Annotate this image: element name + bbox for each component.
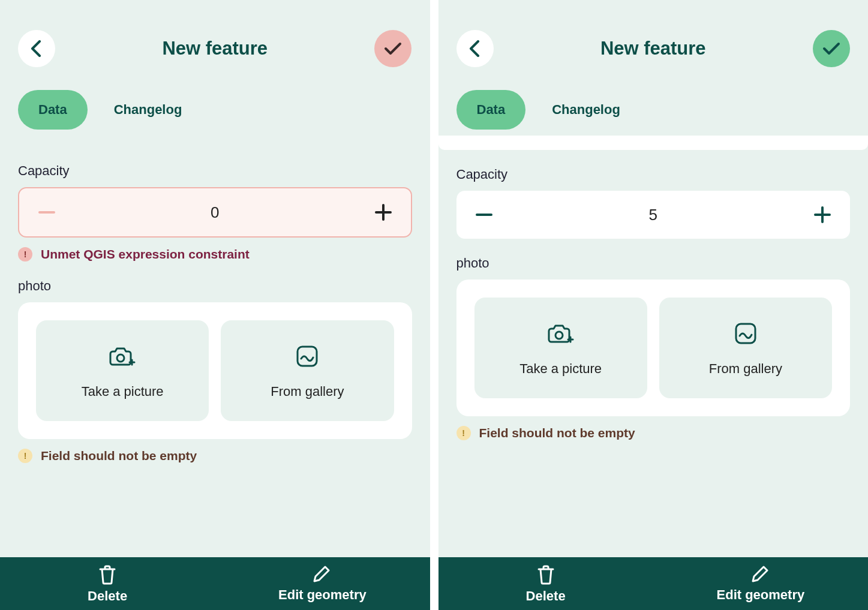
edit-geometry-label: Edit geometry	[278, 587, 367, 603]
plus-icon	[375, 204, 392, 221]
capacity-minus-button[interactable]	[36, 202, 58, 223]
header: New feature	[438, 0, 869, 79]
left-panel: New feature Data Changelog Capacity 0 ! …	[0, 0, 430, 610]
back-button[interactable]	[18, 30, 55, 67]
page-title: New feature	[162, 38, 268, 59]
capacity-stepper: 5	[456, 191, 851, 239]
photo-card: Take a picture From gallery	[18, 302, 412, 439]
warning-icon: !	[18, 449, 32, 463]
edit-geometry-label: Edit geometry	[717, 587, 805, 603]
previous-field-edge	[438, 136, 869, 150]
warning-icon: !	[456, 426, 471, 440]
tab-changelog[interactable]: Changelog	[531, 90, 641, 130]
pencil-icon	[752, 564, 770, 584]
capacity-stepper: 0	[18, 187, 412, 238]
photo-warning: ! Field should not be empty	[456, 426, 851, 440]
confirm-button[interactable]	[374, 30, 412, 67]
tabs: Data Changelog	[438, 79, 869, 136]
photo-warning-text: Field should not be empty	[479, 426, 635, 440]
page-title: New feature	[600, 38, 706, 59]
minus-icon	[38, 211, 55, 214]
take-picture-button[interactable]: Take a picture	[474, 298, 647, 398]
svg-point-3	[117, 354, 124, 362]
content: Capacity 0 ! Unmet QGIS expression const…	[0, 136, 430, 557]
trash-icon	[98, 564, 117, 585]
photo-label: photo	[456, 256, 851, 271]
delete-button[interactable]: Delete	[438, 564, 653, 604]
check-icon	[822, 41, 840, 56]
tab-data[interactable]: Data	[18, 90, 88, 130]
svg-rect-7	[821, 206, 824, 223]
svg-rect-9	[736, 324, 755, 343]
back-button[interactable]	[456, 30, 494, 67]
svg-rect-4	[298, 347, 317, 366]
back-icon	[29, 40, 44, 57]
content: Capacity 5 photo Take a picture	[438, 136, 869, 557]
capacity-plus-button[interactable]	[812, 204, 833, 226]
capacity-minus-button[interactable]	[473, 204, 495, 226]
svg-rect-2	[382, 204, 385, 221]
check-icon	[384, 41, 402, 56]
header: New feature	[0, 0, 430, 79]
panel-divider	[430, 0, 438, 610]
photo-label: photo	[18, 278, 412, 294]
bottom-bar: Delete Edit geometry	[0, 557, 430, 610]
svg-rect-0	[38, 211, 55, 214]
from-gallery-label: From gallery	[271, 384, 344, 399]
from-gallery-label: From gallery	[709, 361, 782, 377]
photo-card: Take a picture From gallery	[456, 280, 851, 416]
tab-data[interactable]: Data	[456, 90, 526, 130]
take-picture-label: Take a picture	[82, 384, 164, 399]
photo-warning: ! Field should not be empty	[18, 449, 412, 463]
edit-geometry-button[interactable]: Edit geometry	[653, 564, 868, 604]
error-icon: !	[18, 247, 32, 262]
edit-geometry-button[interactable]: Edit geometry	[215, 564, 430, 604]
svg-rect-5	[476, 214, 492, 216]
take-picture-label: Take a picture	[519, 361, 602, 377]
tabs: Data Changelog	[0, 79, 430, 136]
take-picture-button[interactable]: Take a picture	[36, 320, 209, 421]
trash-icon	[536, 564, 555, 585]
back-icon	[468, 40, 482, 57]
photo-warning-text: Field should not be empty	[41, 449, 197, 463]
from-gallery-button[interactable]: From gallery	[221, 320, 394, 421]
gallery-icon	[295, 344, 319, 368]
delete-button[interactable]: Delete	[0, 564, 215, 604]
capacity-value: 0	[211, 203, 219, 222]
bottom-bar: Delete Edit geometry	[438, 557, 869, 610]
capacity-value: 5	[649, 206, 657, 224]
tab-changelog[interactable]: Changelog	[94, 90, 203, 130]
delete-label: Delete	[526, 588, 566, 604]
capacity-error: ! Unmet QGIS expression constraint	[18, 247, 412, 262]
right-panel: New feature Data Changelog Capacity 5 ph…	[438, 0, 869, 610]
minus-icon	[476, 213, 492, 217]
camera-icon	[109, 344, 136, 368]
gallery-icon	[734, 321, 758, 345]
confirm-button[interactable]	[813, 30, 850, 67]
from-gallery-button[interactable]: From gallery	[659, 298, 832, 398]
capacity-error-text: Unmet QGIS expression constraint	[41, 247, 250, 262]
pencil-icon	[313, 564, 331, 584]
delete-label: Delete	[88, 588, 127, 604]
camera-icon	[548, 321, 574, 345]
capacity-label: Capacity	[18, 163, 412, 179]
svg-point-8	[555, 332, 563, 339]
capacity-label: Capacity	[456, 167, 851, 182]
capacity-plus-button[interactable]	[373, 202, 394, 223]
plus-icon	[814, 206, 831, 223]
